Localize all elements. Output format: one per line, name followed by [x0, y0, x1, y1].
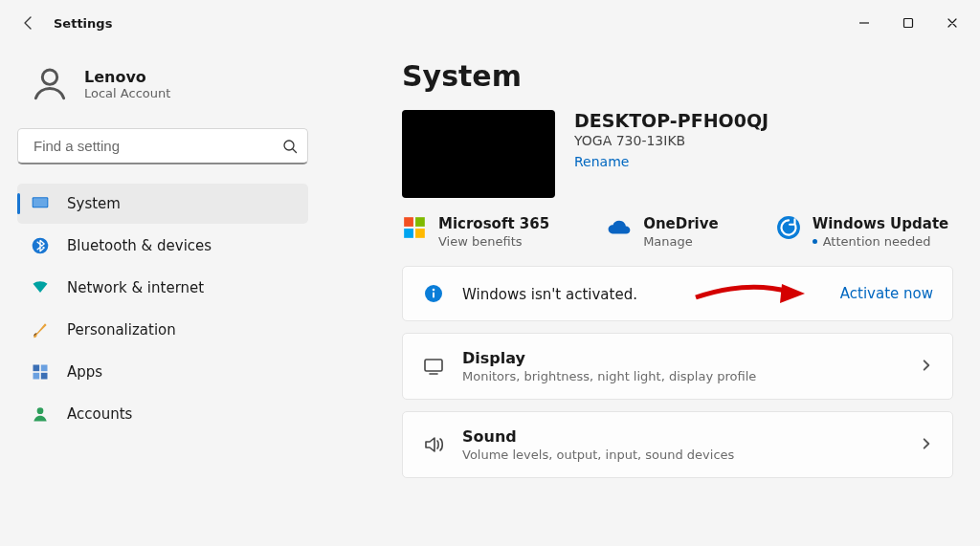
attention-dot-icon [813, 239, 817, 244]
nav-network[interactable]: Network & internet [17, 268, 308, 308]
activation-banner: Windows isn't activated. Activate now [402, 266, 953, 321]
bluetooth-icon [31, 236, 50, 255]
nav-system[interactable]: System [17, 184, 308, 224]
brush-icon [31, 320, 50, 339]
activation-message: Windows isn't activated. [462, 286, 637, 303]
tile-windows-update[interactable]: Windows Update Attention needed [776, 215, 949, 249]
wifi-icon [31, 278, 50, 297]
window-controls [842, 4, 974, 42]
svg-rect-14 [415, 229, 425, 238]
sound-icon [422, 433, 445, 456]
system-icon [31, 194, 50, 213]
svg-rect-19 [425, 360, 442, 371]
device-name: DESKTOP-PFHO0QJ [574, 110, 768, 131]
svg-rect-7 [41, 365, 48, 372]
microsoft-logo-icon [402, 215, 427, 240]
nav-label: Network & internet [67, 279, 204, 296]
chevron-right-icon [920, 436, 933, 454]
tile-title: OneDrive [643, 215, 719, 232]
nav-label: Accounts [67, 405, 132, 423]
tile-title: Microsoft 365 [438, 215, 549, 232]
device-thumbnail [402, 110, 555, 198]
device-model: YOGA 730-13IKB [574, 133, 768, 148]
close-button[interactable] [930, 4, 974, 42]
search-input[interactable] [32, 137, 282, 155]
nav-apps[interactable]: Apps [17, 352, 308, 392]
svg-rect-12 [415, 217, 425, 227]
account-type: Local Account [84, 86, 170, 100]
nav-list: System Bluetooth & devices Network & int… [17, 184, 308, 434]
avatar-icon [29, 63, 71, 105]
main-content: System DESKTOP-PFHO0QJ YOGA 730-13IKB Re… [325, 46, 980, 546]
apps-icon [31, 362, 50, 382]
tile-sub: Attention needed [813, 234, 949, 249]
nav-personalization[interactable]: Personalization [17, 310, 308, 350]
card-subtitle: Monitors, brightness, night light, displ… [462, 369, 902, 383]
svg-rect-9 [41, 373, 48, 380]
svg-rect-0 [904, 19, 913, 28]
maximize-button[interactable] [886, 4, 930, 42]
activate-now-link[interactable]: Activate now [840, 285, 933, 302]
svg-point-1 [42, 70, 56, 84]
page-heading: System [402, 59, 953, 93]
tile-sub: Manage [643, 234, 719, 249]
svg-rect-4 [33, 198, 48, 207]
search-icon [282, 139, 298, 154]
nav-label: Apps [67, 363, 102, 381]
device-info: DESKTOP-PFHO0QJ YOGA 730-13IKB Rename [402, 110, 953, 198]
status-tiles: Microsoft 365 View benefits OneDrive Man… [402, 215, 953, 249]
svg-point-17 [433, 289, 435, 292]
svg-point-2 [284, 141, 294, 150]
app-title: Settings [54, 16, 112, 31]
sidebar: Lenovo Local Account System Bluetooth & … [0, 46, 325, 546]
rename-link[interactable]: Rename [574, 154, 768, 169]
card-title: Sound [462, 427, 902, 446]
person-icon [31, 404, 50, 424]
nav-accounts[interactable]: Accounts [17, 394, 308, 434]
back-icon[interactable] [19, 13, 38, 33]
tile-onedrive[interactable]: OneDrive Manage [607, 215, 719, 249]
info-icon [422, 282, 445, 305]
cloud-icon [607, 215, 632, 240]
svg-rect-8 [33, 373, 40, 380]
svg-rect-13 [404, 229, 413, 238]
display-icon [422, 355, 445, 378]
minimize-button[interactable] [842, 4, 886, 42]
card-title: Display [462, 349, 902, 367]
chevron-right-icon [920, 358, 933, 376]
tile-title: Windows Update [813, 215, 949, 232]
svg-rect-6 [33, 365, 40, 372]
svg-rect-11 [404, 217, 413, 227]
account-name: Lenovo [84, 68, 170, 86]
nav-label: System [67, 195, 121, 212]
tile-microsoft365[interactable]: Microsoft 365 View benefits [402, 215, 549, 249]
account-block[interactable]: Lenovo Local Account [17, 55, 308, 128]
nav-label: Bluetooth & devices [67, 237, 212, 254]
search-box[interactable] [17, 128, 308, 164]
nav-label: Personalization [67, 321, 176, 339]
tile-sub: View benefits [438, 234, 549, 249]
title-bar: Settings [0, 0, 980, 46]
svg-rect-18 [433, 293, 434, 298]
settings-item-display[interactable]: Display Monitors, brightness, night ligh… [402, 333, 953, 400]
update-icon [776, 215, 801, 240]
settings-item-sound[interactable]: Sound Volume levels, output, input, soun… [402, 411, 953, 478]
svg-point-10 [37, 407, 44, 414]
card-subtitle: Volume levels, output, input, sound devi… [462, 448, 902, 462]
nav-bluetooth[interactable]: Bluetooth & devices [17, 226, 308, 266]
